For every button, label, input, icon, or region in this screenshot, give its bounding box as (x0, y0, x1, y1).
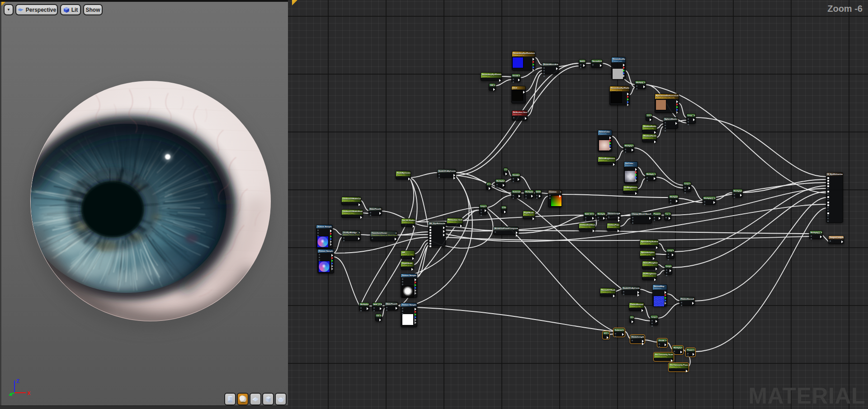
svg-text:Z: Z (16, 378, 19, 384)
svg-text:X: X (27, 390, 31, 396)
